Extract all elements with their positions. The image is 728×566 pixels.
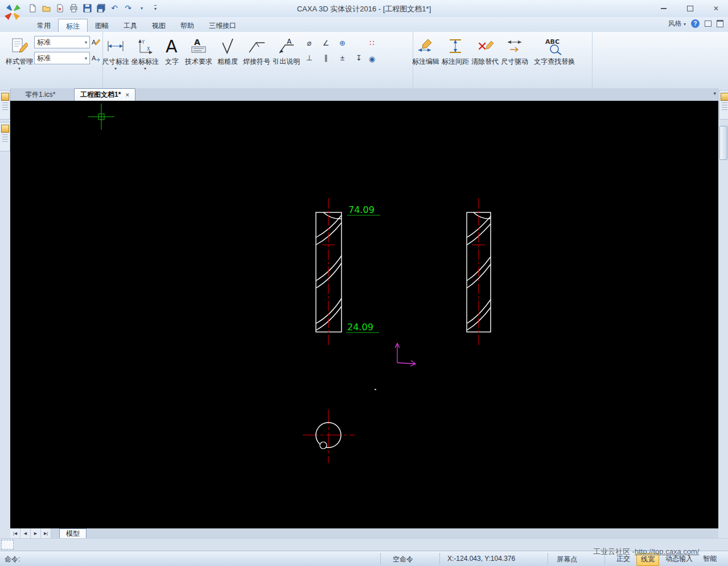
tab-view[interactable]: 视图 — [145, 19, 173, 32]
technical-requirements-button[interactable]: A 技术要求 — [184, 34, 213, 81]
qat-dropdown-icon[interactable]: ▾ — [135, 2, 148, 14]
annotation-extra-icons: ∷ ◉ — [365, 34, 377, 64]
annotation-spacing-icon — [446, 35, 464, 58]
first-sheet-icon[interactable]: |◀ — [10, 528, 20, 538]
design-library-tab[interactable] — [0, 90, 10, 120]
qat-customize-icon[interactable]: ▾ — [149, 2, 162, 14]
right-scroll-rail — [718, 88, 728, 551]
text-style-select[interactable]: 标准 ▾ — [34, 52, 90, 64]
dimension-drive-button[interactable]: 尺寸驱动 — [500, 34, 529, 81]
dimension-button[interactable]: 尺寸标注 ▾ — [101, 34, 130, 81]
chevron-down-icon: ▾ — [85, 40, 87, 45]
find-replace-text-button[interactable]: ABC 文字查找替换 — [529, 34, 579, 81]
dimension-style-select[interactable]: 标准 ▾ — [34, 36, 90, 48]
edit-annotation-icon — [417, 35, 435, 58]
weld-symbol-icon — [248, 35, 266, 58]
weld-symbol-button[interactable]: 焊接符号 — [242, 34, 272, 81]
diameter-dim-icon[interactable]: ⌀ — [305, 38, 314, 48]
part-view-circle[interactable] — [303, 409, 355, 463]
style-menu-button[interactable]: 风格 ▾ — [668, 19, 686, 28]
property-icon — [721, 93, 728, 101]
tab-3d-interface[interactable]: 三维接口 — [201, 19, 244, 32]
leader-note-button[interactable]: A 引出说明 — [272, 34, 301, 81]
tab-tools[interactable]: 工具 — [116, 19, 145, 32]
roughness-button[interactable]: 粗糙度 — [213, 34, 242, 81]
lower-strip — [0, 538, 728, 551]
minimize-ribbon-icon[interactable] — [705, 20, 711, 27]
property-panel-tab[interactable] — [719, 90, 728, 120]
save-all-icon[interactable] — [94, 2, 107, 14]
datum-target-icon[interactable]: ↧ — [354, 53, 364, 63]
edit-annotation-button[interactable]: 标注编辑 — [411, 34, 441, 81]
model-sheet-tab[interactable]: 模型 — [59, 528, 87, 538]
style-manager-button[interactable]: 样式管理 ▾ — [5, 34, 34, 81]
coordinate-dimension-icon: YX — [136, 35, 154, 58]
sphere-dim-icon[interactable]: ◉ — [367, 54, 377, 64]
parallel-dim-icon[interactable]: ∥ — [321, 53, 331, 63]
tab-help[interactable]: 帮助 — [173, 19, 201, 32]
coordinate-dimension-button[interactable]: YX 坐标标注 ▾ — [130, 34, 160, 81]
clear-override-icon: ✕ — [476, 35, 494, 58]
last-sheet-icon[interactable]: ▶| — [41, 528, 51, 538]
centerline-right — [472, 198, 485, 346]
tab-sheet[interactable]: 图幅 — [88, 19, 116, 32]
roughness-icon — [219, 35, 236, 58]
status-bar: 命令: 空命令 X:-124.043, Y:104.376 屏幕点 正交 线宽 … — [0, 551, 728, 566]
prev-sheet-icon[interactable]: ◀ — [20, 528, 31, 538]
screen-point-mode[interactable]: 屏幕点 — [557, 555, 577, 564]
clear-override-button[interactable]: ✕ 清除替代 — [470, 34, 500, 81]
doc-tab-drawing1[interactable]: 工程图文档1* × — [74, 88, 135, 101]
vertical-scrollbar-thumb[interactable] — [719, 126, 727, 160]
close-document-icon[interactable] — [54, 2, 66, 14]
tolerance-dim-icon[interactable]: ± — [338, 53, 347, 63]
dimension-drive-icon — [505, 35, 524, 58]
tab-home[interactable]: 常用 — [30, 19, 58, 32]
undo-icon[interactable]: ↶ — [108, 2, 121, 14]
dimension-top[interactable]: 74.09 — [348, 204, 375, 215]
find-replace-text-icon: ABC — [544, 35, 565, 58]
minimize-button[interactable] — [659, 3, 669, 14]
tab-annotation[interactable]: 标注 — [58, 19, 88, 32]
help-icon[interactable]: ? — [691, 19, 700, 28]
library-icon — [1, 93, 9, 101]
window-controls: ✕ — [659, 0, 721, 17]
tab-close-icon[interactable]: × — [125, 91, 129, 99]
point-array-icon[interactable]: ∷ — [367, 38, 377, 48]
drawing-area[interactable]: 74.09 24.09 — [10, 101, 718, 528]
annotation-small-icons: ⌀ ∠ ⊕ ⊥ ∥ ± ↧ — [301, 34, 365, 63]
redo-icon[interactable]: ↷ — [122, 2, 134, 14]
text-icon: A — [163, 35, 180, 58]
doc-tab-part1[interactable]: 零件1.ics* — [19, 89, 61, 101]
next-sheet-icon[interactable]: ▶ — [31, 528, 41, 538]
new-document-icon[interactable] — [26, 2, 39, 14]
command-label: 命令: — [5, 555, 20, 564]
open-file-icon[interactable] — [40, 2, 52, 14]
svg-text:✕: ✕ — [477, 39, 487, 54]
panel-layout-icon[interactable] — [717, 20, 723, 27]
title-bar: ↶ ↷ ▾ ▾ CAXA 3D 实体设计2016 - [工程图文档1*] ✕ — [0, 0, 728, 18]
angle-dim-icon[interactable]: ∠ — [321, 38, 331, 48]
sheet-tab-bar: |◀ ◀ ▶ ▶| 模型 — [10, 528, 718, 538]
tab-list-dropdown-icon[interactable]: ▾ — [713, 91, 716, 96]
dynamic-input-toggle[interactable]: 动态输入 — [661, 553, 697, 565]
ortho-toggle[interactable]: 正交 — [612, 553, 634, 565]
caxa-logo-icon[interactable] — [3, 3, 22, 21]
design-tree-tab[interactable] — [0, 122, 10, 151]
close-button[interactable]: ✕ — [711, 3, 721, 14]
annotation-spacing-button[interactable]: 标注间距 — [441, 34, 470, 81]
command-status: 空命令 — [393, 555, 413, 564]
drawing-canvas[interactable]: 74.09 24.09 — [10, 101, 718, 528]
restore-button[interactable] — [685, 3, 695, 14]
print-icon[interactable] — [67, 2, 80, 14]
save-icon[interactable] — [81, 2, 93, 14]
ribbon-tab-bar: 常用 标注 图幅 工具 视图 帮助 三维接口 风格 ▾ ? — [0, 17, 728, 32]
perpendicular-dim-icon[interactable]: ⊥ — [305, 53, 314, 63]
tree-icon — [1, 125, 9, 133]
style-manager-icon — [11, 35, 28, 58]
text-button[interactable]: A 文字 — [160, 34, 184, 81]
smart-snap-toggle[interactable]: 智能 — [699, 553, 721, 565]
ucs-axes — [395, 343, 416, 366]
linewidth-toggle[interactable]: 线宽 — [636, 553, 659, 566]
dimension-bottom[interactable]: 24.09 — [347, 322, 373, 333]
position-tolerance-icon[interactable]: ⊕ — [338, 38, 347, 48]
